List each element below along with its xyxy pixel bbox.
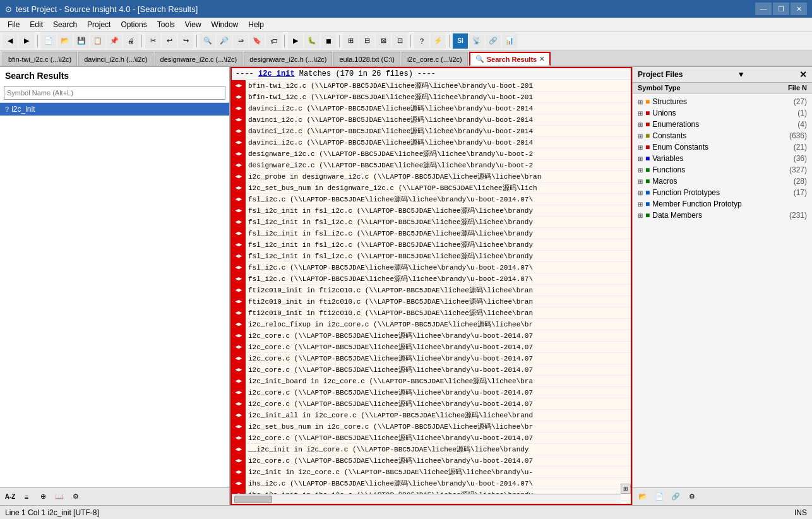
- undo-button[interactable]: ↩: [162, 33, 177, 49]
- result-row[interactable]: ◀▶i2c_core.c (\\LAPTOP-BBC5JDAE\lichee源码…: [232, 330, 631, 342]
- tab-close-icon[interactable]: ✕: [539, 56, 544, 63]
- expand-icon[interactable]: ⊞: [638, 189, 643, 196]
- si3-button[interactable]: 🔗: [486, 33, 501, 49]
- scroll-corner[interactable]: ⊞: [621, 484, 631, 494]
- filter2-button[interactable]: ⊕: [35, 489, 51, 504]
- tab-search-results[interactable]: 🔍 Search Results ✕: [469, 52, 551, 66]
- tab-designware-h[interactable]: designware_i2c.h (...\i2c): [244, 52, 332, 66]
- result-row[interactable]: ◀▶davinci_i2c.c (\\LAPTOP-BBC5JDAE\liche…: [232, 114, 631, 126]
- si2-button[interactable]: 📡: [469, 33, 484, 49]
- result-row[interactable]: ◀▶fsl_i2c_init in fsl_i2c.c (\\LAPTOP-BB…: [232, 217, 631, 228]
- menu-item-tools[interactable]: Tools: [152, 19, 180, 30]
- rp-btn3[interactable]: 🔗: [668, 489, 683, 504]
- paste-button[interactable]: 📌: [107, 33, 122, 49]
- result-row[interactable]: ◀▶i2c_core.c (\\LAPTOP-BBC5JDAE\lichee源码…: [232, 364, 631, 376]
- result-row[interactable]: ◀▶fsl_i2c_init in fsl_i2c.c (\\LAPTOP-BB…: [232, 205, 631, 217]
- tab-i2c-core[interactable]: i2c_core.c (...\i2c): [402, 52, 468, 66]
- result-row[interactable]: ◀▶i2c_set_bus_num in designware_i2c.c (\…: [232, 182, 631, 194]
- expand-icon[interactable]: ⊞: [638, 167, 643, 174]
- tab-designware-c[interactable]: designware_i2c.c (...\i2c): [155, 52, 243, 66]
- result-row[interactable]: ◀▶davinci_i2c.c (\\LAPTOP-BBC5JDAE\liche…: [232, 103, 631, 114]
- book-button[interactable]: 📖: [52, 489, 67, 504]
- result-row[interactable]: ◀▶i2c_probe in designware_i2c.c (\\LAPTO…: [232, 171, 631, 182]
- redo-button[interactable]: ↪: [178, 33, 193, 49]
- result-row[interactable]: ◀▶fsl_i2c.c (\\LAPTOP-BBC5JDAE\lichee源码\…: [232, 262, 631, 273]
- result-row[interactable]: ◀▶davinci_i2c.c (\\LAPTOP-BBC5JDAE\liche…: [232, 137, 631, 148]
- expand-icon[interactable]: ⊞: [638, 212, 643, 219]
- collapse-icon[interactable]: ▼: [737, 70, 745, 79]
- bookmark-button[interactable]: 🔖: [249, 33, 265, 49]
- layout4-button[interactable]: ⊡: [392, 33, 407, 49]
- rp-settings-button[interactable]: ⚙: [684, 489, 700, 504]
- expand-icon[interactable]: ⊞: [638, 121, 643, 128]
- result-row[interactable]: ◀▶fti2c010_init in fti2c010.c (\\LAPTOP-…: [232, 285, 631, 296]
- back-button[interactable]: ◀: [3, 33, 18, 49]
- layout2-button[interactable]: ⊟: [359, 33, 374, 49]
- close-button[interactable]: ✕: [791, 3, 807, 15]
- menu-item-window[interactable]: Window: [206, 19, 244, 30]
- result-row[interactable]: ◀▶davinci_i2c.c (\\LAPTOP-BBC5JDAE\liche…: [232, 126, 631, 137]
- result-row[interactable]: ◀▶i2c_core.c (\\LAPTOP-BBC5JDAE\lichee源码…: [232, 432, 631, 444]
- search-button[interactable]: 🔍: [200, 33, 215, 49]
- result-row[interactable]: ◀▶i2c_reloc_fixup in i2c_core.c (\\LAPTO…: [232, 319, 631, 330]
- rp-btn1[interactable]: 📂: [635, 489, 650, 504]
- save-button[interactable]: 💾: [74, 33, 89, 49]
- symbol-type-row[interactable]: ⊞■Member Function Prototyp: [633, 198, 812, 210]
- symbol-type-row[interactable]: ⊞■Constants(636): [633, 130, 812, 141]
- symbol-type-row[interactable]: ⊞■Structures(27): [633, 96, 812, 107]
- open-button[interactable]: 📂: [57, 33, 73, 49]
- result-row[interactable]: ◀▶designware_i2c.c (\\LAPTOP-BBC5JDAE\li…: [232, 160, 631, 171]
- result-row[interactable]: ◀▶__i2c_init in i2c_core.c (\\LAPTOP-BBC…: [232, 444, 631, 455]
- symbol-type-row[interactable]: ⊞■Function Prototypes(17): [633, 187, 812, 198]
- copy-button[interactable]: 📋: [90, 33, 105, 49]
- result-row[interactable]: ◀▶bfin-twi_i2c.c (\\LAPTOP-BBC5JDAE\lich…: [232, 92, 631, 103]
- menu-item-edit[interactable]: Edit: [25, 19, 48, 30]
- menu-item-file[interactable]: File: [3, 19, 25, 30]
- settings-button[interactable]: ⚙: [68, 489, 83, 504]
- maximize-button[interactable]: ❐: [773, 3, 789, 15]
- menu-item-options[interactable]: Options: [116, 19, 152, 30]
- expand-icon[interactable]: ⊞: [638, 144, 643, 151]
- si4-button[interactable]: 📊: [502, 33, 517, 49]
- symbol-type-row[interactable]: ⊞■Data Members(231): [633, 210, 812, 221]
- result-row[interactable]: ◀▶i2c_core.c (\\LAPTOP-BBC5JDAE\lichee源码…: [232, 342, 631, 353]
- result-row[interactable]: ◀▶fti2c010_init in fti2c010.c (\\LAPTOP-…: [232, 296, 631, 307]
- tab-bfin[interactable]: bfin-twi_i2c.c (...\i2c): [3, 52, 77, 66]
- symbol-type-row[interactable]: ⊞■Unions(1): [633, 107, 812, 119]
- layout-button[interactable]: ⊞: [343, 33, 358, 49]
- result-row[interactable]: ◀▶i2c_core.c (\\LAPTOP-BBC5JDAE\lichee源码…: [232, 455, 631, 467]
- print-button[interactable]: 🖨: [123, 33, 138, 49]
- result-row[interactable]: ◀▶ihs_i2c.c (\\LAPTOP-BBC5JDAE\lichee源码\…: [232, 478, 631, 489]
- result-row[interactable]: ◀▶fsl_i2c_init in fsl_i2c.c (\\LAPTOP-BB…: [232, 239, 631, 251]
- tag-button[interactable]: 🏷: [266, 33, 281, 49]
- result-row[interactable]: ◀▶i2c_init_all in i2c_core.c (\\LAPTOP-B…: [232, 410, 631, 421]
- new-button[interactable]: 📄: [41, 33, 56, 49]
- tab-eula[interactable]: eula.1028.txt (C:\): [333, 52, 400, 66]
- result-row[interactable]: ◀▶fti2c010_init in fti2c010.c (\\LAPTOP-…: [232, 307, 631, 319]
- result-row[interactable]: ◀▶fsl_i2c.c (\\LAPTOP-BBC5JDAE\lichee源码\…: [232, 194, 631, 205]
- forward-button[interactable]: ▶: [19, 33, 34, 49]
- menu-item-help[interactable]: Help: [243, 19, 269, 30]
- result-row[interactable]: ◀▶i2c_core.c (\\LAPTOP-BBC5JDAE\lichee源码…: [232, 387, 631, 398]
- layout3-button[interactable]: ⊠: [376, 33, 391, 49]
- result-row[interactable]: ◀▶designware_i2c.c (\\LAPTOP-BBC5JDAE\li…: [232, 148, 631, 160]
- result-row[interactable]: ◀▶bfin-twi_i2c.c (\\LAPTOP-BBC5JDAE\lich…: [232, 80, 631, 92]
- result-row[interactable]: ◀▶i2c_init in i2c_core.c (\\LAPTOP-BBC5J…: [232, 467, 631, 478]
- results-list[interactable]: ◀▶bfin-twi_i2c.c (\\LAPTOP-BBC5JDAE\lich…: [232, 80, 631, 504]
- minimize-button[interactable]: —: [755, 3, 772, 15]
- symbol-item-i2c-init[interactable]: ? i2c_init: [0, 103, 229, 116]
- cut-button[interactable]: ✂: [145, 33, 160, 49]
- tab-davinci[interactable]: davinci_i2c.h (...\i2c): [78, 52, 153, 66]
- rp-btn2[interactable]: 📄: [652, 489, 667, 504]
- stop-button[interactable]: ⏹: [321, 33, 336, 49]
- symbol-type-row[interactable]: ⊞■Enumerations(4): [633, 119, 812, 130]
- goto-button[interactable]: ⇒: [233, 33, 248, 49]
- result-row[interactable]: ◀▶fsl_i2c.c (\\LAPTOP-BBC5JDAE\lichee源码\…: [232, 273, 631, 285]
- result-row[interactable]: ◀▶fsl_i2c_init in fsl_i2c.c (\\LAPTOP-BB…: [232, 228, 631, 239]
- menu-item-view[interactable]: View: [180, 19, 206, 30]
- menu-item-search[interactable]: Search: [48, 19, 82, 30]
- menu-item-project[interactable]: Project: [82, 19, 116, 30]
- expand-icon[interactable]: ⊞: [638, 155, 643, 162]
- alpha-sort-button[interactable]: A-Z: [3, 489, 18, 504]
- help-button[interactable]: ?: [414, 33, 429, 49]
